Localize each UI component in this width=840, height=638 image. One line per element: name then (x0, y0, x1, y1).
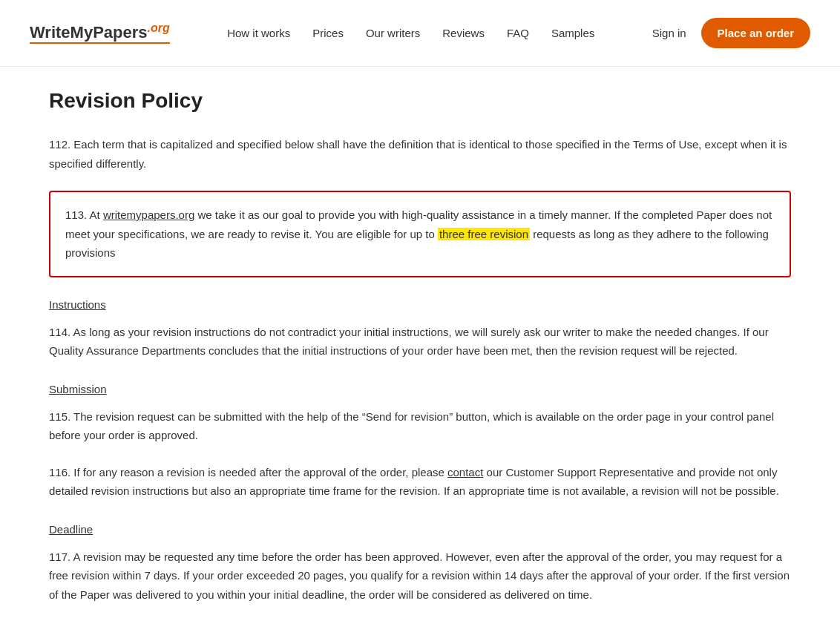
site-header: WriteMyPapers.org How it works Prices Ou… (0, 0, 840, 67)
instructions-heading: Instructions (49, 298, 791, 311)
paragraph-115: 115. The revision request can be submitt… (49, 407, 791, 445)
paragraph-112: 112. Each term that is capitalized and s… (49, 135, 791, 173)
p113-before: 113. At (65, 208, 103, 221)
paragraph-117: 117. A revision may be requested any tim… (49, 547, 791, 605)
p113-highlight: three free revision (438, 228, 530, 240)
paragraph-116: 116. If for any reason a revision is nee… (49, 463, 791, 501)
logo[interactable]: WriteMyPapers.org (30, 22, 170, 44)
page-title: Revision Policy (49, 89, 791, 113)
deadline-heading: Deadline (49, 523, 791, 536)
header-right: Sign in Place an order (652, 18, 810, 48)
sign-in-link[interactable]: Sign in (652, 27, 686, 39)
logo-text: WriteMyPapers.org (30, 23, 170, 42)
contact-link[interactable]: contact (447, 466, 483, 479)
logo-underline (30, 42, 170, 44)
nav-reviews[interactable]: Reviews (442, 27, 485, 39)
logo-main-text: WriteMyPapers (30, 23, 148, 42)
place-order-button[interactable]: Place an order (701, 18, 810, 48)
highlighted-box-113: 113. At writemypapers.org we take it as … (49, 191, 791, 277)
section-deadline: Deadline 117. A revision may be requeste… (49, 523, 791, 605)
nav-our-writers[interactable]: Our writers (366, 27, 420, 39)
nav-faq[interactable]: FAQ (507, 27, 529, 39)
section-submission: Submission 115. The revision request can… (49, 383, 791, 501)
logo-org-text: .org (148, 22, 170, 34)
nav-how-it-works[interactable]: How it works (227, 27, 290, 39)
submission-heading: Submission (49, 383, 791, 395)
section-instructions: Instructions 114. As long as your revisi… (49, 298, 791, 361)
nav-prices[interactable]: Prices (312, 27, 344, 39)
main-nav: How it works Prices Our writers Reviews … (227, 27, 594, 39)
p113-link[interactable]: writemypapers.org (103, 208, 194, 221)
page-content: Revision Policy 112. Each term that is c… (19, 67, 821, 638)
p116-before: 116. If for any reason a revision is nee… (49, 466, 447, 479)
nav-samples[interactable]: Samples (551, 27, 594, 39)
paragraph-114: 114. As long as your revision instructio… (49, 323, 791, 361)
